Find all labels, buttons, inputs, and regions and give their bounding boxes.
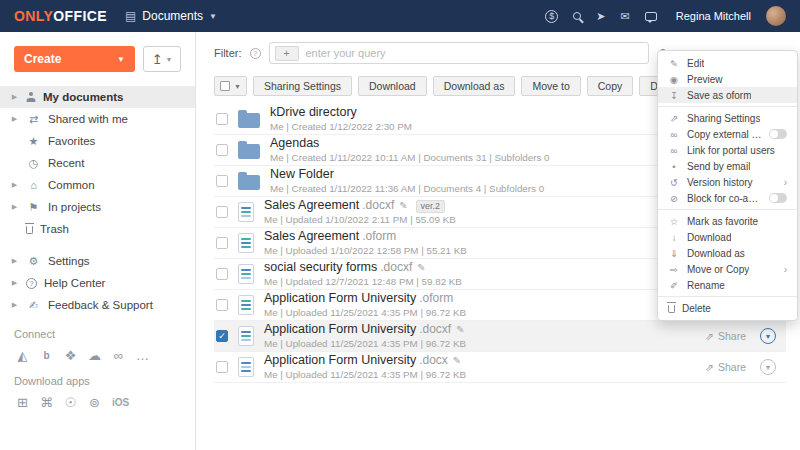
row-checkbox[interactable] (216, 206, 228, 218)
dropbox-icon[interactable]: ❖ (64, 348, 77, 363)
menu-item-save-as-oform[interactable]: ↧Save as oform (658, 87, 797, 103)
row-menu-button[interactable]: ▼ (760, 359, 776, 375)
select-all-checkbox[interactable] (220, 81, 230, 91)
menu-item-version-history[interactable]: ↺Version history› (658, 174, 797, 190)
drive-icon[interactable]: ◭ (16, 348, 29, 363)
sidebar-item-feedback-support[interactable]: ▶✍Feedback & Support (0, 294, 195, 316)
toggle-switch[interactable] (769, 193, 787, 203)
edit-file-icon[interactable]: ✎ (453, 355, 461, 367)
sidebar-item-my-documents[interactable]: ▶My documents (0, 86, 195, 108)
add-filter-button[interactable]: + (275, 46, 299, 61)
download-apps-label: Download apps (0, 375, 195, 387)
file-name[interactable]: Sales Agreement (264, 198, 359, 213)
file-name[interactable]: social security forms (264, 260, 377, 275)
chat-icon[interactable] (645, 12, 657, 21)
row-checkbox[interactable] (216, 113, 228, 125)
share-button[interactable]: ⇗Share (705, 361, 746, 373)
sidebar-item-in-projects[interactable]: ▶⚑In projects (0, 196, 195, 218)
menu-item-move-or-copy[interactable]: ⇨Move or Copy› (658, 261, 797, 277)
toolbar-button-download[interactable]: Download (358, 76, 427, 96)
search-input[interactable] (306, 47, 643, 59)
menu-item-delete[interactable]: Delete (658, 300, 797, 316)
row-checkbox[interactable] (216, 237, 228, 249)
sidebar-item-help-center[interactable]: ▶Help Center (0, 272, 195, 294)
menu-item-copy-external-link[interactable]: ∞Copy external link (658, 126, 797, 142)
filter-help-icon[interactable] (250, 48, 261, 59)
file-name[interactable]: Application Form University (264, 322, 416, 337)
more-icon[interactable]: … (136, 348, 149, 363)
file-name[interactable]: Sales Agreement (264, 229, 359, 244)
menu-item-block-for-co-authors[interactable]: ⊘Block for co-authors (658, 190, 797, 206)
owncloud-icon[interactable]: ∞ (112, 348, 125, 363)
file-name[interactable]: Application Form University (264, 353, 416, 368)
upload-button[interactable]: ↥ ▼ (143, 46, 181, 72)
avatar[interactable] (766, 6, 786, 26)
search-icon[interactable] (573, 12, 581, 20)
windows-icon[interactable]: ⊞ (16, 395, 29, 410)
toolbar-button-copy[interactable]: Copy (587, 76, 634, 96)
row-checkbox[interactable] (216, 299, 228, 311)
user-name[interactable]: Regina Mitchell (676, 10, 751, 22)
row-checkbox[interactable] (216, 175, 228, 187)
row-actions: ⇗Share▼ (705, 359, 780, 375)
toggle-switch[interactable] (769, 129, 787, 139)
file-icon-stripe (241, 339, 251, 341)
file-icon-stripe (241, 300, 251, 302)
row-checkbox[interactable] (216, 144, 228, 156)
macos-icon[interactable]: ⌘ (40, 395, 53, 410)
sidebar-item-shared-with-me[interactable]: ▶⇄Shared with me (0, 108, 195, 130)
toolbar-button-sharing-settings[interactable]: Sharing Settings (253, 76, 352, 96)
sidebar-item-common[interactable]: ▶⌂Common (0, 174, 195, 196)
file-name-line: social security forms.docxf✎ (264, 260, 462, 275)
sidebar-item-trash[interactable]: Trash (0, 218, 195, 240)
toolbar-button-move-to[interactable]: Move to (521, 76, 580, 96)
file-name[interactable]: Agendas (270, 136, 319, 151)
menu-item-send-by-email[interactable]: •Send by email (658, 158, 797, 174)
menu-item-link-for-portal-users[interactable]: ∞Link for portal users (658, 142, 797, 158)
select-all-dropdown[interactable]: ▼ (214, 76, 247, 96)
row-checkbox[interactable]: ✓ (216, 330, 228, 342)
file-icon-stripe (241, 242, 251, 244)
sidebar-item-settings[interactable]: ▶⚙Settings (0, 250, 195, 272)
ios-icon[interactable]: iOS (112, 397, 129, 408)
file-icon-stripe (241, 269, 251, 271)
linux-icon[interactable]: ☉ (64, 395, 77, 410)
file-text: AgendasMe | Created 1/11/2022 10:11 AM |… (270, 136, 550, 164)
menu-item-download-as[interactable]: ⇓Download as (658, 245, 797, 261)
menu-item-download[interactable]: ↓Download (658, 229, 797, 245)
save-icon: ↧ (668, 90, 680, 101)
menu-item-mark-as-favorite[interactable]: ☆Mark as favorite (658, 213, 797, 229)
edit-file-icon[interactable]: ✎ (399, 200, 407, 212)
file-name[interactable]: Application Form University (264, 291, 416, 306)
row-checkbox[interactable] (216, 361, 228, 373)
edit-file-icon[interactable]: ✎ (417, 262, 425, 274)
sidebar-item-recent[interactable]: ◷Recent (0, 152, 195, 174)
menu-item-edit[interactable]: ✎Edit (658, 55, 797, 71)
documents-nav[interactable]: ▤ Documents ▼ (125, 9, 217, 23)
file-name[interactable]: kDrive directory (270, 105, 357, 120)
sidebar-item-label: Shared with me (48, 113, 128, 125)
row-checkbox[interactable] (216, 268, 228, 280)
menu-item-rename[interactable]: ✐Rename (658, 277, 797, 293)
chevron-down-icon: ▼ (166, 56, 173, 63)
documents-nav-label: Documents (142, 9, 203, 23)
file-name[interactable]: New Folder (270, 167, 334, 182)
box-icon[interactable]: b (40, 350, 53, 361)
android-icon[interactable]: ⊚ (88, 395, 101, 410)
file-row[interactable]: Application Form University.docx✎Me | Up… (214, 352, 786, 383)
edit-file-icon[interactable]: ✎ (456, 324, 464, 336)
file-row[interactable]: ✓Application Form University.docxf✎Me | … (214, 321, 786, 352)
onedrive-icon[interactable]: ☁ (88, 348, 101, 363)
onlyoffice-logo[interactable]: ONLYOFFICE (14, 8, 107, 24)
share-button[interactable]: ⇗Share (705, 330, 746, 342)
mail-icon[interactable]: ✉ (621, 10, 630, 23)
row-menu-button[interactable]: ▼ (760, 328, 776, 344)
create-button[interactable]: Create ▼ (14, 46, 135, 72)
payments-icon[interactable] (545, 10, 558, 23)
menu-item-sharing-settings[interactable]: ⇗Sharing Settings (658, 110, 797, 126)
version-badge[interactable]: ver.2 (416, 200, 446, 213)
sidebar-item-favorites[interactable]: ★Favorites (0, 130, 195, 152)
menu-item-preview[interactable]: ◉Preview (658, 71, 797, 87)
toolbar-button-download-as[interactable]: Download as (433, 76, 516, 96)
feedback-icon[interactable]: ➤ (596, 10, 605, 23)
